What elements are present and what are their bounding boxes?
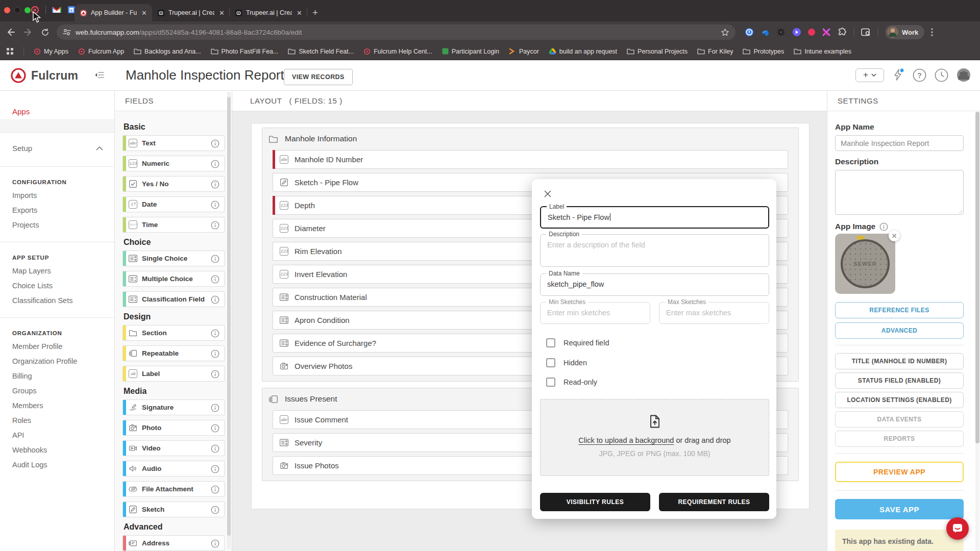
info-icon[interactable] xyxy=(879,222,888,231)
field-type-multiple-choice[interactable]: Multiple Choice xyxy=(122,271,225,287)
new-tab-button[interactable]: + xyxy=(312,4,318,21)
info-icon[interactable] xyxy=(211,539,219,548)
info-icon[interactable] xyxy=(211,329,219,338)
field-type-photo[interactable]: Photo xyxy=(122,420,225,436)
bookmark-item[interactable]: Paycor xyxy=(509,48,539,55)
bookmark-star-icon[interactable] xyxy=(721,28,729,37)
field-type-address[interactable]: Address xyxy=(122,535,225,551)
field-type-text[interactable]: abcText xyxy=(122,135,225,151)
tab-close-icon[interactable]: ✕ xyxy=(140,9,148,17)
forward-button[interactable] xyxy=(23,28,33,36)
title-manhole-id-number--button[interactable]: TITLE (MANHOLE ID NUMBER) xyxy=(835,353,964,369)
info-icon[interactable] xyxy=(211,424,219,433)
field-type-date[interactable]: 17Date xyxy=(122,196,225,212)
sidebar-item-groups[interactable]: Groups xyxy=(0,384,114,398)
members-avatar-icon[interactable] xyxy=(957,68,971,82)
password-manager-extension-icon[interactable] xyxy=(745,28,754,37)
field-type-repeatable[interactable]: Repeatable xyxy=(122,345,225,361)
close-icon[interactable] xyxy=(544,190,551,197)
info-icon[interactable] xyxy=(211,201,219,209)
app-name-input[interactable]: Manhole Inspection Report xyxy=(835,135,964,151)
tab-search-icon[interactable] xyxy=(861,28,871,37)
status-field-enabled--button[interactable]: STATUS FIELD (ENABLED) xyxy=(835,372,964,389)
reference-files-button[interactable]: REFERENCE FILES xyxy=(835,302,964,318)
info-icon[interactable] xyxy=(211,275,219,284)
info-icon[interactable] xyxy=(211,349,219,358)
history-clock-icon[interactable] xyxy=(935,68,948,82)
browser-profile-button[interactable]: Work xyxy=(885,25,924,39)
field-type-file-attachment[interactable]: File Attachment xyxy=(122,481,225,497)
layout-field-row[interactable]: abcManhole ID Number xyxy=(273,150,788,169)
sidebar-item-map-layers[interactable]: Map Layers xyxy=(0,264,114,279)
sidebar-item-roles[interactable]: Roles xyxy=(0,413,114,428)
settings-sun-extension-icon[interactable] xyxy=(776,28,786,37)
data-events-button[interactable]: DATA EVENTS xyxy=(835,411,964,428)
sidebar-item-choice-lists[interactable]: Choice Lists xyxy=(0,279,114,293)
bookmark-item[interactable]: Photo FastFill Fea... xyxy=(211,48,279,55)
field-type-classification[interactable]: Classification Field xyxy=(122,291,225,307)
settings-scrollbar[interactable] xyxy=(975,112,979,551)
browser-tab[interactable]: Trupeer.ai | Create Product Vi✕ xyxy=(152,4,230,21)
app-description-textarea[interactable] xyxy=(835,170,964,215)
fields-scrollbar[interactable] xyxy=(227,92,231,549)
sidebar-item-api[interactable]: API xyxy=(0,428,114,443)
clickup-extension-icon[interactable] xyxy=(761,28,770,37)
extensions-puzzle-icon[interactable] xyxy=(838,28,847,37)
sidebar-item-apps[interactable]: Apps xyxy=(0,105,114,119)
info-icon[interactable] xyxy=(211,465,219,473)
view-records-button[interactable]: VIEW RECORDS xyxy=(284,69,353,85)
pink-x-extension-icon[interactable] xyxy=(822,28,831,37)
help-icon[interactable]: ? xyxy=(913,68,926,82)
remove-image-button[interactable]: ✕ xyxy=(889,230,900,241)
checkbox-box[interactable] xyxy=(546,378,555,387)
info-icon[interactable] xyxy=(211,160,219,168)
minimize-window-button[interactable] xyxy=(14,7,20,13)
checkbox-box[interactable] xyxy=(546,338,555,347)
reports-button[interactable]: REPORTS xyxy=(835,431,964,447)
checkbox-hidden[interactable]: Hidden xyxy=(546,358,587,367)
checkbox-required-field[interactable]: Required field xyxy=(546,338,609,347)
sidebar-item-exports[interactable]: Exports xyxy=(0,203,114,218)
background-upload-dropzone[interactable]: Click to upload a background or drag and… xyxy=(540,399,769,476)
info-icon[interactable] xyxy=(211,506,219,514)
info-icon[interactable] xyxy=(211,221,219,230)
save-app-button[interactable]: SAVE APP xyxy=(835,499,964,519)
sidebar-item-member-profile[interactable]: Member Profile xyxy=(0,339,114,354)
browser-tab[interactable]: Trupeer.ai | Create Product Vi✕ xyxy=(230,4,307,21)
browser-menu-kebab-icon[interactable] xyxy=(931,28,933,36)
bookmark-item[interactable]: Participant Login xyxy=(442,48,499,55)
bookmark-item[interactable]: My Apps xyxy=(34,48,68,55)
field-type-single-choice[interactable]: Single Choice xyxy=(122,251,225,266)
whats-new-flash-icon[interactable] xyxy=(892,68,904,82)
info-icon[interactable] xyxy=(211,180,219,189)
data-name-input[interactable]: Data Name sketch_pipe_flow xyxy=(540,273,769,296)
refresh-button[interactable] xyxy=(41,28,50,37)
description-input[interactable]: Description Enter a description of the f… xyxy=(540,234,769,267)
tab-close-icon[interactable]: ✕ xyxy=(296,9,303,17)
sidebar-item-audit-logs[interactable]: Audit Logs xyxy=(0,458,114,472)
sidebar-item-classification-sets[interactable]: Classification Sets xyxy=(0,293,114,308)
field-type-yesno[interactable]: Yes / No xyxy=(122,176,225,192)
bookmark-item[interactable]: For Kiley xyxy=(697,48,733,55)
field-type-label[interactable]: abLabel xyxy=(122,366,225,382)
field-type-audio[interactable]: Audio xyxy=(122,461,225,477)
site-info-icon[interactable] xyxy=(63,29,71,36)
field-type-time[interactable]: 11:17Time xyxy=(122,217,225,233)
bookmark-item[interactable]: Prototypes xyxy=(743,48,784,55)
tab-close-icon[interactable]: ✕ xyxy=(218,9,226,17)
sidebar-item-imports[interactable]: Imports xyxy=(0,188,114,203)
chat-launcher-button[interactable] xyxy=(946,517,969,540)
close-window-button[interactable] xyxy=(4,7,10,13)
recorder-extension-icon[interactable] xyxy=(808,29,815,36)
apps-grid-icon[interactable] xyxy=(6,47,14,55)
bookmark-item[interactable]: Sketch Field Feat... xyxy=(288,48,354,55)
field-type-numeric[interactable]: 123Numeric xyxy=(122,156,225,171)
maximize-window-button[interactable] xyxy=(24,7,31,13)
bookmark-item[interactable]: Fulcrum Help Cent... xyxy=(363,48,432,55)
location-settings-enabled--button[interactable]: LOCATION SETTINGS (ENABLED) xyxy=(835,392,964,408)
info-icon[interactable] xyxy=(211,404,219,412)
bookmark-item[interactable]: Fulcrum App xyxy=(78,48,124,55)
sidebar-item-setup[interactable]: Setup xyxy=(0,139,114,157)
info-icon[interactable] xyxy=(211,255,219,263)
info-icon[interactable] xyxy=(211,295,219,304)
